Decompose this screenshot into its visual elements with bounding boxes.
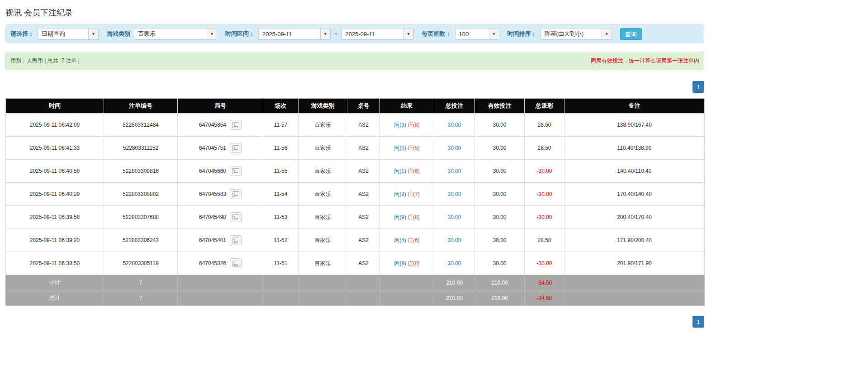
total-bet-link[interactable]: 30.00 xyxy=(447,237,461,243)
game-type-cell: 百家乐 xyxy=(299,114,347,137)
subtotal-payout: -34.50 xyxy=(525,275,564,290)
total-bet-link[interactable]: 30.00 xyxy=(447,168,461,174)
page-button-1[interactable]: 1 xyxy=(693,316,704,328)
result-banker: 庄(8) xyxy=(408,214,420,220)
game-type-value: 百家乐 xyxy=(134,29,207,39)
search-button[interactable]: 查询 xyxy=(620,28,642,40)
session-cell: 11-56 xyxy=(263,137,299,160)
total-valid-bet: 210.00 xyxy=(475,290,525,306)
total-bet-link[interactable]: 30.00 xyxy=(447,191,461,197)
page: 视讯 会员下注纪录 请选择： 日期查询 ▼ 游戏类别 百家乐 ▼ 时间区间： 2… xyxy=(0,0,710,346)
result-banker: 庄(7) xyxy=(408,191,420,197)
footer-empty-cell xyxy=(299,275,347,290)
chevron-down-icon[interactable]: ▼ xyxy=(320,29,330,39)
total-bet-link[interactable]: 30.00 xyxy=(447,260,461,266)
page-button-1[interactable]: 1 xyxy=(693,81,704,93)
total-bet-link[interactable]: 30.00 xyxy=(447,122,461,128)
total-bet-cell: 30.00 xyxy=(434,160,475,183)
total-bet-link[interactable]: 30.00 xyxy=(447,214,461,220)
game-type-select[interactable]: 百家乐 ▼ xyxy=(134,28,217,40)
time-cell: 2025-09-11 06:40:58 xyxy=(6,160,104,183)
date-from-select[interactable]: 2025-09-11 ▼ xyxy=(258,28,331,40)
table-row: 2025-09-11 06:40:58 522803309816 6470456… xyxy=(6,160,705,183)
result-cell: 闲(4) 庄(6) xyxy=(380,229,434,252)
round-id: 647045498 xyxy=(199,214,226,220)
sort-select[interactable]: 降幂(由大到小) ▼ xyxy=(541,28,612,40)
session-cell: 11-55 xyxy=(263,160,299,183)
round-replay-icon[interactable] xyxy=(230,166,242,176)
table-row: 2025-09-11 06:42:09 522803312484 6470458… xyxy=(6,114,705,137)
remark-cell: 200.40/170.40 xyxy=(564,206,705,229)
round-replay-icon[interactable] xyxy=(230,235,242,245)
remark-cell: 171.90/200.40 xyxy=(564,229,705,252)
round-cell: 647045326 xyxy=(178,252,263,275)
session-cell: 11-57 xyxy=(263,114,299,137)
bet-id-cell: 522803308802 xyxy=(104,183,178,206)
sort-value: 降幂(由大到小) xyxy=(541,29,602,39)
footer-empty-cell xyxy=(263,290,299,306)
result-banker: 庄(8) xyxy=(408,122,420,128)
total-bet-cell: 30.00 xyxy=(434,183,475,206)
payout-cell: 28.50 xyxy=(525,229,564,252)
table-row: 2025-09-11 06:38:50 522803305119 6470453… xyxy=(6,252,705,275)
result-player: 闲(4) xyxy=(394,237,406,243)
footer-empty-cell xyxy=(380,290,434,306)
chevron-down-icon[interactable]: ▼ xyxy=(403,29,413,39)
result-player: 闲(9) xyxy=(394,191,406,197)
remark-cell: 140.40/110.40 xyxy=(564,160,705,183)
remark-cell: 201.90/171.90 xyxy=(564,252,705,275)
result-cell: 闲(3) 庄(8) xyxy=(380,114,434,137)
pagination-bottom: 1 xyxy=(5,316,704,328)
query-type-select[interactable]: 日期查询 ▼ xyxy=(38,28,99,40)
round-replay-icon[interactable] xyxy=(230,212,242,222)
round-replay-icon[interactable] xyxy=(230,258,242,268)
column-header-remark: 备注 xyxy=(564,99,705,114)
total-total-bet: 210.00 xyxy=(434,290,475,306)
round-replay-icon[interactable] xyxy=(230,189,242,199)
payout-cell: -30.00 xyxy=(525,183,564,206)
payout-cell: -30.00 xyxy=(525,206,564,229)
column-header-payout: 总派彩 xyxy=(525,99,564,114)
round-replay-icon[interactable] xyxy=(230,143,242,153)
round-id: 647045326 xyxy=(199,260,226,266)
currency-total-summary: 币别：人民币 | 总共 :7 注单 | xyxy=(10,57,80,65)
footer-empty-cell xyxy=(347,275,380,290)
session-cell: 11-54 xyxy=(263,183,299,206)
column-header-bet-id: 注单编号 xyxy=(104,99,178,114)
total-bet-link[interactable]: 30.00 xyxy=(447,145,461,151)
pagination-top: 1 xyxy=(5,81,704,93)
page-size-label: 每页笔数： xyxy=(422,30,451,38)
total-bet-cell: 30.00 xyxy=(434,252,475,275)
result-player: 闲(1) xyxy=(394,168,406,174)
date-range-separator: ~ xyxy=(334,31,338,38)
table-no-cell: AS2 xyxy=(347,252,380,275)
valid-bet-cell: 30.00 xyxy=(475,183,525,206)
chevron-down-icon[interactable]: ▼ xyxy=(88,29,98,39)
total-count: 7 xyxy=(104,290,178,306)
table-footer: 小计 7 210.00 210.00 -34.50 总计 7 xyxy=(6,275,705,306)
round-id: 647045751 xyxy=(199,145,226,151)
page-size-select[interactable]: 100 ▼ xyxy=(455,28,499,40)
table-row: 2025-09-11 06:39:20 522803306243 6470454… xyxy=(6,229,705,252)
time-cell: 2025-09-11 06:40:29 xyxy=(6,183,104,206)
bet-id-cell: 522803311152 xyxy=(104,137,178,160)
table-no-cell: AS2 xyxy=(347,114,380,137)
sort-label: 时间排序： xyxy=(508,30,537,38)
date-range-label: 时间区间： xyxy=(225,30,255,38)
result-banker: 庄(6) xyxy=(408,168,420,174)
column-header-result: 结果 xyxy=(380,99,434,114)
round-replay-icon[interactable] xyxy=(230,120,242,130)
payout-cell: -30.00 xyxy=(525,160,564,183)
result-cell: 闲(1) 庄(6) xyxy=(380,160,434,183)
footer-empty-cell xyxy=(564,275,705,290)
chevron-down-icon[interactable]: ▼ xyxy=(602,29,612,39)
chevron-down-icon[interactable]: ▼ xyxy=(489,29,499,39)
result-cell: 闲(9) 庄(8) xyxy=(380,206,434,229)
date-to-select[interactable]: 2025-09-11 ▼ xyxy=(342,28,414,40)
column-header-round: 局号 xyxy=(178,99,263,114)
footer-empty-cell xyxy=(299,290,347,306)
round-cell: 647045660 xyxy=(178,160,263,183)
chevron-down-icon[interactable]: ▼ xyxy=(207,29,217,39)
payout-cell: -30.00 xyxy=(525,252,564,275)
column-header-game-type: 游戏类别 xyxy=(299,99,347,114)
